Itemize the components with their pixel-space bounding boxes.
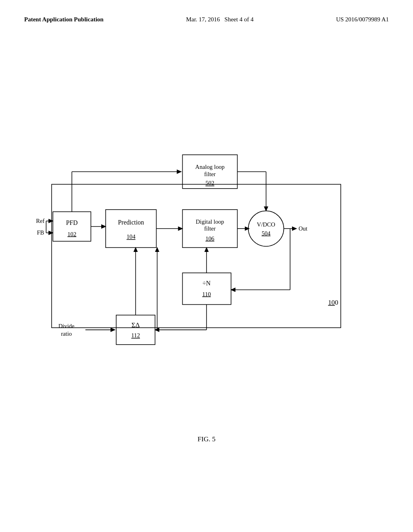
prediction-label: Prediction <box>118 219 144 226</box>
diagram-container: 100 Ref FB PFD 102 Prediction 104 Analog… <box>24 113 387 395</box>
header-date: Mar. 17, 2016 Sheet 4 of 4 <box>186 16 253 23</box>
header-center: Mar. 17, 2016 Sheet 4 of 4 <box>186 16 253 23</box>
header-left: Patent Application Publication <box>24 16 104 23</box>
divn-label: ÷N <box>202 280 211 287</box>
analog-loop-label1: Analog loop <box>195 164 225 170</box>
vdco-label: V/DCO <box>257 221 275 228</box>
sigma-delta-sublabel: 112 <box>131 332 140 339</box>
vdco-sublabel: 504 <box>262 230 271 237</box>
fig-label-text: FIG. 5 <box>198 435 215 443</box>
divide-ratio-label2: ratio <box>61 330 72 337</box>
page-header: Patent Application Publication Mar. 17, … <box>0 0 413 23</box>
analog-loop-sublabel: 502 <box>205 180 214 186</box>
prediction-box <box>106 210 156 247</box>
ref-label: Ref <box>36 218 44 224</box>
fb-label: FB <box>37 229 44 236</box>
patent-number: US 2016/0079989 A1 <box>336 16 389 23</box>
digital-loop-sublabel: 106 <box>205 235 214 242</box>
system-label: 100 <box>328 299 338 306</box>
divn-box <box>182 273 231 304</box>
fig-label: FIG. 5 <box>0 435 413 443</box>
circuit-diagram: 100 Ref FB PFD 102 Prediction 104 Analog… <box>24 113 387 395</box>
pfd-sublabel: 102 <box>67 231 76 237</box>
svg-rect-0 <box>52 184 341 328</box>
out-label: Out <box>298 225 307 232</box>
sigma-delta-box <box>116 315 155 345</box>
pfd-label: PFD <box>66 219 78 226</box>
sigma-delta-label: ΣΔ <box>131 321 140 329</box>
divide-ratio-label1: Divide <box>58 323 75 329</box>
divn-sublabel: 110 <box>202 291 211 297</box>
patent-publication-label: Patent Application Publication <box>24 16 104 23</box>
digital-loop-label2: filter <box>204 225 216 232</box>
vdco-circle <box>248 211 284 246</box>
digital-loop-label1: Digital loop <box>196 218 224 225</box>
prediction-sublabel: 104 <box>127 233 136 240</box>
analog-loop-label2: filter <box>204 171 216 177</box>
header-right: US 2016/0079989 A1 <box>336 16 389 23</box>
